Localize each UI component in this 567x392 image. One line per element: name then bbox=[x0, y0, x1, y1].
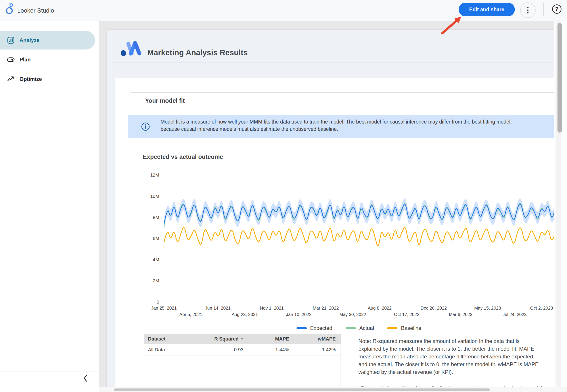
chart-title: Expected vs actual outcome bbox=[143, 154, 223, 160]
x-axis-label: Mar 21, 2022 bbox=[313, 306, 339, 311]
x-axis-label: Dec 26, 2022 bbox=[421, 306, 447, 311]
edit-and-share-button[interactable]: Edit and share bbox=[459, 3, 515, 16]
trending-up-icon bbox=[7, 75, 15, 83]
vertical-scrollbar bbox=[554, 21, 567, 392]
legend-swatch bbox=[297, 327, 307, 329]
x-axis-label: Aug 8, 2022 bbox=[368, 306, 392, 311]
x-axis-label: Nov 1, 2021 bbox=[260, 306, 284, 311]
vertical-scrollbar-thumb[interactable] bbox=[557, 23, 562, 133]
more-options-button[interactable] bbox=[520, 2, 536, 18]
x-axis-label: Jul 24, 2023 bbox=[503, 312, 527, 317]
meridian-logo-icon bbox=[120, 40, 142, 57]
sidebar-item-analyze[interactable]: Analyze bbox=[0, 31, 95, 50]
legend-label: Actual bbox=[359, 325, 374, 331]
y-axis-label: 0 bbox=[128, 299, 159, 305]
legend-item-baseline: Baseline bbox=[387, 325, 421, 331]
y-axis-label: 4M bbox=[128, 257, 159, 263]
chevron-left-icon bbox=[83, 375, 87, 382]
app-title: Looker Studio bbox=[17, 0, 54, 21]
cell-text: 1.44% bbox=[275, 347, 289, 353]
table-cell: 1.44% bbox=[248, 344, 294, 356]
horizontal-scrollbar-thumb[interactable] bbox=[114, 389, 490, 391]
sidebar-divider bbox=[0, 371, 99, 371]
table-header-cell[interactable]: R Squared▼ bbox=[211, 334, 248, 344]
table-header-cell[interactable]: wMAPE bbox=[294, 334, 341, 344]
x-axis-label: Mar 6, 2023 bbox=[449, 312, 473, 317]
info-banner: Model fit is a measure of how well your … bbox=[128, 115, 554, 138]
looker-studio-window: Looker Studio Edit and share ? AnalyzePl… bbox=[0, 0, 567, 392]
report-page: Marketing Analysis Results Your model fi… bbox=[107, 30, 554, 387]
cell-text: Dataset bbox=[148, 336, 165, 342]
page-title: Marketing Analysis Results bbox=[147, 48, 248, 57]
table-header-cell[interactable]: MAPE bbox=[248, 334, 294, 344]
topbar: Looker Studio Edit and share ? bbox=[0, 0, 567, 21]
legend-item-expected: Expected bbox=[297, 325, 332, 331]
metrics-note: Note: R-squared measures the amount of v… bbox=[359, 337, 539, 376]
help-icon[interactable]: ? bbox=[552, 4, 562, 14]
legend-label: Expected bbox=[310, 325, 332, 331]
toggle-icon bbox=[7, 56, 15, 63]
x-axis-label: Oct 2, 2023 bbox=[530, 306, 553, 311]
legend-swatch bbox=[346, 327, 356, 329]
cell-text: 1.42% bbox=[322, 347, 336, 353]
model-fit-section: Your model fit Model fit is a measure of… bbox=[116, 78, 554, 387]
series-line-baseline bbox=[164, 227, 554, 246]
y-axis-line bbox=[164, 175, 164, 302]
vertical-scrollbar-track[interactable] bbox=[555, 21, 561, 392]
sidebar-item-optimize[interactable]: Optimize bbox=[0, 70, 95, 88]
table-header-row: DatasetR Squared▼MAPEwMAPE bbox=[144, 334, 341, 344]
x-axis-label: Jan 25, 2021 bbox=[151, 306, 177, 311]
legend-item-actual: Actual bbox=[346, 325, 374, 331]
x-axis-label: Apr 5, 2021 bbox=[179, 312, 202, 317]
info-icon bbox=[141, 122, 150, 131]
sidebar-item-label: Plan bbox=[19, 56, 31, 63]
x-axis-label: Oct 17, 2022 bbox=[394, 312, 420, 317]
sort-descending-icon: ▼ bbox=[241, 337, 244, 341]
table-header-cell[interactable]: Dataset bbox=[144, 334, 211, 344]
model-fit-card: Your model fit Model fit is a measure of… bbox=[128, 92, 554, 387]
model-fit-chart bbox=[164, 175, 554, 302]
y-axis-label: 2M bbox=[128, 278, 159, 284]
model-fit-metrics-table: DatasetR Squared▼MAPEwMAPEAll Data0.931.… bbox=[144, 334, 341, 387]
table-cell: All Data bbox=[144, 344, 211, 356]
x-axis-label: Aug 23, 2021 bbox=[232, 312, 258, 317]
bar-chart-icon bbox=[7, 36, 15, 44]
cell-text: R Squared bbox=[214, 336, 239, 342]
sidebar-item-plan[interactable]: Plan bbox=[0, 50, 95, 69]
y-axis-label: 6M bbox=[128, 236, 159, 241]
horizontal-scrollbar[interactable] bbox=[99, 387, 567, 392]
cell-text: MAPE bbox=[275, 336, 289, 342]
report-viewport: Marketing Analysis Results Your model fi… bbox=[99, 21, 567, 392]
x-axis-label: May 15, 2023 bbox=[474, 306, 501, 311]
y-axis-label: 10M bbox=[128, 193, 159, 199]
y-axis-label: 12M bbox=[128, 172, 159, 178]
table-cell: 0.93 bbox=[211, 344, 248, 356]
topbar-divider bbox=[543, 3, 544, 16]
cell-text: wMAPE bbox=[318, 336, 336, 342]
legend-swatch bbox=[387, 327, 397, 329]
kebab-icon bbox=[527, 7, 528, 8]
table-row: All Data0.931.44%1.42% bbox=[144, 344, 341, 356]
sidebar-item-label: Analyze bbox=[19, 37, 40, 43]
legend-label: Baseline bbox=[401, 325, 421, 331]
sidebar: AnalyzePlanOptimize bbox=[0, 21, 99, 392]
sidebar-item-label: Optimize bbox=[19, 76, 42, 82]
x-axis-label: May 30, 2022 bbox=[339, 312, 366, 317]
card-heading: Your model fit bbox=[145, 98, 185, 104]
cell-text: All Data bbox=[148, 347, 165, 353]
header-divider bbox=[112, 63, 554, 63]
x-axis-label: Jan 10, 2022 bbox=[286, 312, 312, 317]
clipped-note: "Expected", "actual", and "baseline" val… bbox=[359, 385, 539, 387]
chart-legend: ExpectedActualBaseline bbox=[164, 325, 554, 331]
info-banner-text: Model fit is a measure of how well your … bbox=[160, 118, 524, 133]
y-axis-label: 8M bbox=[128, 215, 159, 220]
table-cell: 1.42% bbox=[294, 344, 341, 356]
cell-text: 0.93 bbox=[234, 347, 244, 353]
looker-studio-logo-icon bbox=[5, 2, 15, 15]
x-axis-label: Jun 14, 2021 bbox=[205, 306, 231, 311]
collapse-sidebar-button[interactable] bbox=[81, 374, 90, 383]
